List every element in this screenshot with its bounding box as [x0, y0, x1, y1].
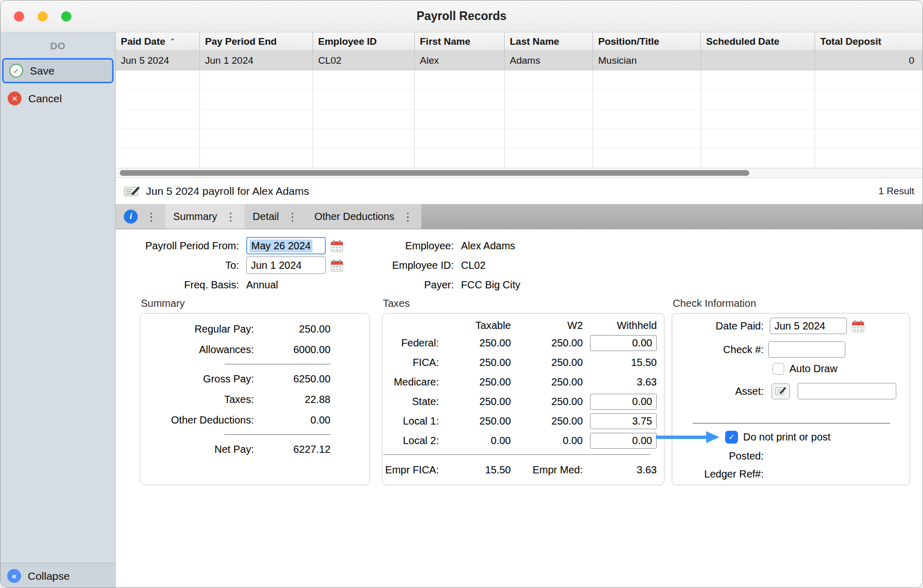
payroll-period-to-input[interactable] [246, 256, 326, 274]
table-row-selected[interactable]: Jun 5 2024 Jun 1 2024 CL02 Alex Adams Mu… [116, 51, 922, 70]
taxes-group-title: Taxes [383, 298, 410, 309]
tab-bar: i ⋮ Summary ⋮ Detail ⋮ Other Deductions … [116, 204, 922, 229]
taxes-label: Taxes: [140, 394, 254, 406]
taxes-group-box: Taxable W2 Withheld Federal: 250.00 250.… [382, 313, 664, 485]
column-header-position-title[interactable]: Position/Title [593, 32, 701, 50]
tax-row-local1: Local 1: 250.00 250.00 [382, 411, 656, 431]
table-header-row: Paid Date ⌃ Pay Period End Employee ID F… [116, 32, 922, 51]
local1-withheld-input[interactable] [590, 413, 657, 429]
check-number-label: Check #: [672, 344, 764, 356]
cell-first-name: Alex [415, 51, 505, 70]
tab-other-deductions[interactable]: Other Deductions ⋮ [306, 204, 422, 229]
context-menu-dots-icon[interactable]: ⋮ [402, 211, 413, 222]
minimize-button[interactable] [38, 11, 48, 22]
check-information-group-title: Check Information [673, 298, 756, 309]
cancel-button[interactable]: ✕ Cancel [1, 86, 115, 111]
local2-withheld-input[interactable] [590, 433, 657, 449]
divider [225, 434, 330, 435]
employee-id-label: Employee ID: [337, 260, 454, 271]
tab-bar-filler [421, 204, 922, 229]
posted-label: Posted: [672, 450, 764, 462]
cell-pay-period-end: Jun 1 2024 [200, 51, 313, 70]
tab-other-deductions-label: Other Deductions [315, 211, 395, 223]
tax-row-local2: Local 2: 0.00 0.00 [382, 431, 656, 450]
payroll-records-window: Payroll Records DO ✓ Save ✕ Cancel « Col… [0, 0, 923, 588]
sort-ascending-icon: ⌃ [170, 37, 176, 46]
cell-total-deposit: 0 [815, 51, 922, 70]
tax-row-fica: FICA: 250.00 250.00 15.50 [382, 353, 656, 372]
scrollbar-thumb[interactable] [120, 170, 749, 176]
payer-value: FCC Big City [461, 279, 521, 291]
tab-summary[interactable]: Summary ⋮ [165, 204, 245, 229]
column-header-total-deposit[interactable]: Total Deposit [815, 32, 922, 50]
empr-med-label: Empr Med: [511, 464, 583, 476]
sidebar-header: DO [1, 32, 115, 58]
summary-panel: Payroll Period From: May 26 2024 [116, 229, 922, 588]
context-menu-dots-icon[interactable]: ⋮ [146, 211, 157, 222]
column-header-last-name[interactable]: Last Name [505, 32, 593, 50]
payroll-period-from-input[interactable]: May 26 2024 [246, 237, 326, 254]
column-header-paid-date[interactable]: Paid Date ⌃ [116, 32, 200, 50]
cancel-button-label: Cancel [28, 93, 62, 105]
check-circle-icon: ✓ [9, 64, 23, 78]
window-title: Payroll Records [416, 9, 506, 23]
empr-med-value: 3.63 [583, 464, 657, 476]
table-row-empty [116, 90, 922, 109]
state-withheld-input[interactable] [590, 394, 657, 410]
cell-position: Musician [593, 51, 701, 70]
taxable-column-header: Taxable [439, 320, 511, 332]
federal-withheld-input[interactable] [590, 335, 657, 351]
cell-paid-date: Jun 5 2024 [116, 51, 200, 70]
tax-row-medicare: Medicare: 250.00 250.00 3.63 [382, 372, 656, 392]
gross-pay-label: Gross Pay: [140, 373, 254, 385]
zoom-button[interactable] [61, 11, 71, 22]
empr-fica-value: 15.50 [439, 464, 511, 476]
auto-draw-checkbox[interactable] [772, 363, 784, 375]
check-number-input[interactable] [768, 341, 845, 358]
divider [225, 364, 330, 364]
do-not-print-label: Do not print or post [743, 431, 830, 443]
info-icon[interactable]: i [124, 210, 138, 224]
freq-basis-value: Annual [246, 279, 278, 291]
calendar-icon[interactable] [851, 319, 865, 333]
save-button[interactable]: ✓ Save [2, 58, 114, 83]
result-count: 1 Result [878, 186, 914, 197]
column-header-first-name[interactable]: First Name [415, 32, 505, 50]
gross-pay-value: 6250.00 [254, 373, 330, 385]
column-header-scheduled-date[interactable]: Scheduled Date [701, 32, 815, 50]
traffic-lights [14, 1, 71, 32]
horizontal-scrollbar[interactable] [116, 168, 922, 177]
context-menu-dots-icon[interactable]: ⋮ [287, 211, 298, 222]
employee-label: Employee: [337, 240, 454, 252]
do-not-print-checkbox[interactable] [725, 431, 738, 444]
asset-input[interactable] [798, 383, 896, 399]
title-bar: Payroll Records [1, 1, 922, 32]
close-button[interactable] [14, 11, 24, 22]
collapse-button[interactable]: « Collapse [1, 563, 115, 588]
check-document-icon [124, 186, 140, 197]
check-information-group-box: Date Paid: Check #: [672, 313, 910, 485]
x-circle-icon: ✕ [8, 91, 22, 105]
asset-label: Asset: [672, 385, 764, 397]
allowances-value: 6000.00 [254, 344, 330, 356]
table-row-empty [116, 109, 922, 129]
table-row-empty [116, 70, 922, 90]
tax-row-state: State: 250.00 250.00 [382, 392, 656, 411]
ledger-ref-label: Ledger Ref#: [672, 468, 764, 480]
employer-taxes-footer: Empr FICA: 15.50 Empr Med: 3.63 [383, 454, 651, 480]
write-check-icon [775, 386, 786, 396]
period-to-label: To: [116, 260, 239, 271]
employee-id-value: CL02 [461, 260, 486, 271]
tab-detail[interactable]: Detail ⋮ [245, 204, 306, 229]
info-tab-button[interactable]: i ⋮ [116, 204, 165, 229]
regular-pay-label: Regular Pay: [140, 323, 254, 335]
column-header-employee-id[interactable]: Employee ID [313, 32, 415, 50]
context-menu-dots-icon[interactable]: ⋮ [226, 211, 236, 222]
empr-fica-label: Empr FICA: [383, 464, 439, 476]
asset-picker-button[interactable] [771, 383, 790, 399]
date-paid-input[interactable] [770, 318, 847, 334]
column-header-pay-period-end[interactable]: Pay Period End [200, 32, 313, 50]
freq-basis-label: Freq. Basis: [116, 279, 239, 291]
withheld-column-header: Withheld [583, 320, 657, 332]
allowances-label: Allowances: [140, 344, 254, 356]
